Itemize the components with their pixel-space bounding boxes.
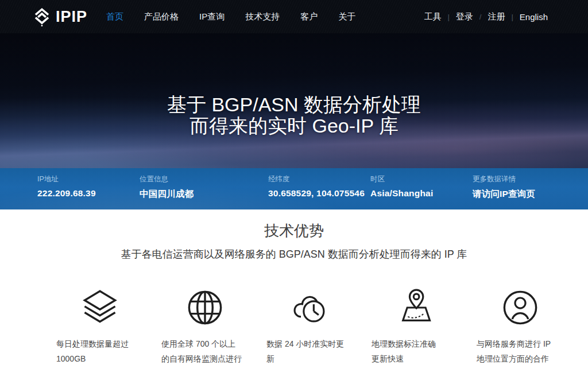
- features-row: 每日处理数据量超过 1000GB 使用全球 700 个以上 的自有网络监测点进行…: [0, 288, 588, 365]
- knot-icon: [32, 6, 52, 27]
- logo-text: IPIP: [56, 9, 87, 25]
- feature-text: 每日处理数据量超过 1000GB: [56, 336, 144, 365]
- layers-icon: [80, 288, 119, 327]
- coordinates-value: 30.658529, 104.075546: [268, 188, 370, 199]
- ipip-logo[interactable]: IPIP: [32, 6, 87, 27]
- separator: /: [479, 13, 482, 21]
- location-value: 中国四川成都: [140, 188, 268, 200]
- visitor-ip-infobar: IP地址 222.209.68.39 位置信息 中国四川成都 经纬度 30.65…: [0, 168, 588, 209]
- map-pin-icon: [396, 288, 435, 327]
- feature-daily-data: 每日处理数据量超过 1000GB: [56, 288, 144, 365]
- hero-banner: 基于 BGP/ASN 数据分析处理 而得来的实时 Geo-IP 库: [0, 33, 588, 168]
- info-label: 时区: [370, 174, 473, 184]
- login-link[interactable]: 登录: [456, 11, 473, 22]
- nav-item-ip-lookup[interactable]: IP查询: [199, 11, 225, 22]
- info-label: 更多数据详情: [473, 174, 571, 184]
- user-circle-icon: [501, 288, 540, 327]
- timezone-value: Asia/Shanghai: [370, 188, 473, 199]
- top-navbar: IPIP 首页 产品价格 IP查询 技术支持 客户 关于 工具 | 登录 / 注…: [0, 0, 588, 33]
- info-col-ip-address: IP地址 222.209.68.39: [37, 174, 140, 199]
- separator: |: [447, 13, 449, 21]
- tech-advantages-section: 技术优势 基于各电信运营商以及网络服务的 BGP/ASN 数据而分析处理而得来的…: [0, 209, 588, 365]
- feature-isp-cooperation: 与网络服务商进行 IP 地理位置方面的合作: [477, 288, 564, 365]
- feature-text: 与网络服务商进行 IP 地理位置方面的合作: [477, 336, 564, 365]
- nav-right-links: 工具 | 登录 / 注册 | English: [424, 11, 548, 22]
- info-col-location: 位置信息 中国四川成都: [140, 174, 268, 200]
- info-label: 经纬度: [268, 174, 370, 184]
- hero-title: 基于 BGP/ASN 数据分析处理 而得来的实时 Geo-IP 库: [0, 94, 588, 137]
- section-subheading: 基于各电信运营商以及网络服务的 BGP/ASN 数据而分析处理而得来的 IP 库: [0, 247, 588, 261]
- nav-item-support[interactable]: 技术支持: [245, 11, 280, 22]
- feature-global-probes: 使用全球 700 个以上 的自有网络监测点进行 辅助测量: [161, 288, 249, 365]
- globe-icon: [185, 288, 225, 327]
- language-switch-english[interactable]: English: [520, 12, 548, 22]
- feature-accurate-geodata: 地理数据标注准确 更新快速: [372, 288, 459, 365]
- info-col-coordinates: 经纬度 30.658529, 104.075546: [268, 174, 370, 199]
- tools-link[interactable]: 工具: [424, 11, 441, 22]
- info-col-more-details: 更多数据详情 请访问IP查询页: [473, 174, 571, 200]
- ip-lookup-page-link[interactable]: 请访问IP查询页: [473, 188, 571, 200]
- feature-text: 使用全球 700 个以上 的自有网络监测点进行 辅助测量: [161, 336, 249, 365]
- main-menu: 首页 产品价格 IP查询 技术支持 客户 关于: [106, 11, 355, 22]
- info-label: 位置信息: [140, 174, 268, 184]
- nav-item-pricing[interactable]: 产品价格: [144, 11, 179, 22]
- cloud-clock-icon: [291, 288, 330, 327]
- section-heading: 技术优势: [0, 221, 588, 241]
- info-label: IP地址: [37, 174, 140, 184]
- nav-item-customers[interactable]: 客户: [300, 11, 318, 22]
- info-col-timezone: 时区 Asia/Shanghai: [370, 174, 473, 199]
- feature-realtime-update: 数据 24 小时准实时更 新: [266, 288, 354, 365]
- nav-item-home[interactable]: 首页: [106, 11, 123, 22]
- ip-address-value: 222.209.68.39: [37, 188, 140, 199]
- separator: |: [511, 13, 513, 21]
- nav-item-about[interactable]: 关于: [338, 11, 355, 22]
- feature-text: 数据 24 小时准实时更 新: [266, 336, 354, 365]
- register-link[interactable]: 注册: [488, 11, 505, 22]
- feature-text: 地理数据标注准确 更新快速: [372, 336, 459, 365]
